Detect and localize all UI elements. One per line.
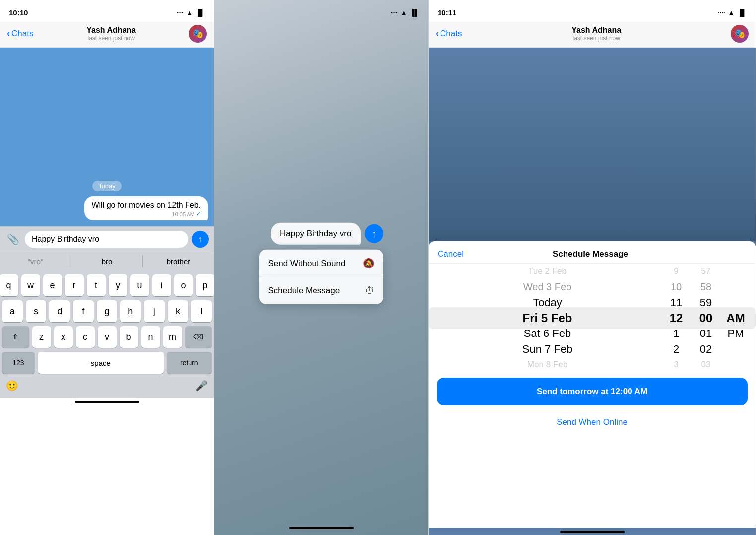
home-indicator-1 — [75, 401, 139, 403]
picker-hour-col: 9 10 11 12 1 2 3 — [661, 264, 691, 373]
back-button-3[interactable]: ‹ Chats — [436, 28, 462, 39]
key-u[interactable]: u — [130, 274, 149, 296]
key-e[interactable]: e — [43, 274, 62, 296]
attach-button[interactable]: 📎 — [5, 231, 21, 247]
wifi-icon: ▲ — [187, 9, 193, 16]
key-i[interactable]: i — [152, 274, 171, 296]
picker-date-2: Today — [434, 295, 661, 310]
schedule-sheet: Cancel Schedule Message Tue 2 Feb Wed 3 … — [429, 241, 756, 528]
key-j[interactable]: j — [144, 300, 165, 322]
key-m[interactable]: m — [163, 326, 182, 348]
message-bubble-1: Will go for movies on 12th Feb. 10:05 AM… — [84, 196, 208, 220]
picker-min-6: 03 — [691, 357, 721, 373]
key-shift[interactable]: ⇧ — [2, 326, 29, 348]
signal-icon-3: ···· — [718, 9, 725, 16]
context-menu: Send Without Sound 🔕 Schedule Message ⏱ — [259, 250, 383, 304]
suggestion-2[interactable]: brother — [143, 255, 214, 268]
key-d[interactable]: d — [49, 300, 70, 322]
key-w[interactable]: w — [21, 274, 40, 296]
key-s[interactable]: s — [26, 300, 47, 322]
status-icons-3: ···· ▲ ▐▌ — [718, 9, 747, 16]
key-v[interactable]: v — [98, 326, 117, 348]
mic-icon[interactable]: 🎤 — [195, 380, 208, 392]
picker-container[interactable]: Tue 2 Feb Wed 3 Feb Today Fri 5 Feb Sat … — [429, 264, 756, 373]
phone1-frame: 10:10 ···· ▲ ▐▌ ‹ Chats Yash Adhana last… — [0, 0, 214, 535]
ctx-send-without-sound[interactable]: Send Without Sound 🔕 — [259, 250, 383, 277]
key-h[interactable]: h — [120, 300, 141, 322]
phone2-frame: ···· ▲ ▐▌ Happy Birthday vro ↑ Send With… — [214, 0, 429, 535]
ctx-send-without-sound-label: Send Without Sound — [268, 258, 346, 268]
picker-date-col: Tue 2 Feb Wed 3 Feb Today Fri 5 Feb Sat … — [434, 264, 661, 373]
back-label-1[interactable]: Chats — [11, 29, 33, 39]
picker-ampm-spacer1 — [721, 264, 751, 279]
suggestion-1[interactable]: bro — [71, 255, 143, 268]
picker-date-4: Sat 6 Feb — [434, 326, 661, 341]
key-space[interactable]: space — [38, 352, 164, 374]
key-o[interactable]: o — [174, 274, 193, 296]
bubble-row: Happy Birthday vro ↑ — [271, 223, 383, 245]
time-1: 10:10 — [9, 8, 28, 17]
chat-area-1: Today Will go for movies on 12th Feb. 10… — [0, 48, 214, 226]
send-button-1[interactable]: ↑ — [192, 231, 209, 248]
key-k[interactable]: k — [168, 300, 189, 322]
signal-icon-2: ···· — [390, 9, 397, 16]
key-y[interactable]: y — [109, 274, 127, 296]
picker-date-6: Mon 8 Feb — [434, 357, 661, 373]
picker-hour-6: 3 — [661, 357, 691, 373]
avatar-3[interactable]: 🎭 — [731, 25, 749, 43]
picker-hour-2: 11 — [661, 295, 691, 310]
key-l[interactable]: l — [191, 300, 212, 322]
suggestions-bar: "vro" bro brother — [0, 252, 214, 270]
key-x[interactable]: x — [54, 326, 73, 348]
kb-row-3: ⇧ z x c v b n m ⌫ — [2, 326, 212, 348]
time-3: 10:11 — [438, 8, 456, 17]
picker-ampm-spacer3 — [721, 295, 751, 310]
picker-pm: PM — [721, 326, 751, 341]
context-center: Happy Birthday vro ↑ Send Without Sound … — [259, 223, 383, 304]
sheet-title: Schedule Message — [553, 249, 628, 259]
date-badge: Today — [6, 181, 208, 191]
home-indicator-3 — [560, 531, 625, 533]
key-b[interactable]: b — [120, 326, 138, 348]
send-online-button[interactable]: Send When Online — [437, 408, 748, 436]
key-q[interactable]: q — [0, 274, 18, 296]
emoji-icon[interactable]: 🙂 — [6, 380, 18, 392]
key-f[interactable]: f — [73, 300, 94, 322]
key-z[interactable]: z — [32, 326, 51, 348]
sheet-header: Cancel Schedule Message — [429, 241, 756, 264]
key-123[interactable]: 123 — [2, 352, 35, 374]
input-bar-1: 📎 Happy Birthday vro ↑ — [0, 226, 214, 252]
kb-row-1: q w e r t y u i o p — [2, 274, 212, 296]
avatar-1[interactable]: 🎭 — [189, 25, 207, 43]
suggestion-0[interactable]: "vro" — [0, 255, 71, 268]
key-g[interactable]: g — [97, 300, 118, 322]
message-input[interactable]: Happy Birthday vro — [25, 231, 188, 248]
wifi-icon-3: ▲ — [728, 9, 735, 16]
message-text: Will go for movies on 12th Feb. — [91, 201, 201, 210]
key-delete[interactable]: ⌫ — [185, 326, 212, 348]
send-schedule-button[interactable]: Send tomorrow at 12:00 AM — [437, 378, 748, 405]
key-c[interactable]: c — [76, 326, 95, 348]
picker-ampm-spacer4 — [721, 341, 751, 357]
key-t[interactable]: t — [87, 274, 106, 296]
contact-name-1: Yash Adhana — [86, 26, 136, 35]
ctx-schedule-message-label: Schedule Message — [268, 286, 340, 296]
back-button-1[interactable]: ‹ Chats — [7, 28, 33, 39]
key-a[interactable]: a — [2, 300, 23, 322]
chevron-left-icon: ‹ — [7, 28, 10, 39]
send-btn-float[interactable]: ↑ — [365, 224, 383, 243]
key-n[interactable]: n — [141, 326, 160, 348]
key-return[interactable]: return — [167, 352, 212, 374]
status-bar-3: 10:11 ···· ▲ ▐▌ — [429, 0, 756, 22]
check-icon: ✓ — [196, 211, 201, 217]
cancel-button[interactable]: Cancel — [438, 249, 464, 259]
picker-hour-4: 1 — [661, 326, 691, 341]
status-icons-2: ···· ▲ ▐▌ — [390, 9, 419, 16]
key-r[interactable]: r — [65, 274, 84, 296]
status-bar-1: 10:10 ···· ▲ ▐▌ — [0, 0, 214, 22]
key-p[interactable]: p — [196, 274, 215, 296]
message-time: 10:05 AM — [172, 211, 195, 217]
ctx-schedule-message[interactable]: Schedule Message ⏱ — [259, 277, 383, 304]
back-label-3[interactable]: Chats — [440, 29, 462, 39]
picker-hour-3: 12 — [661, 310, 691, 326]
